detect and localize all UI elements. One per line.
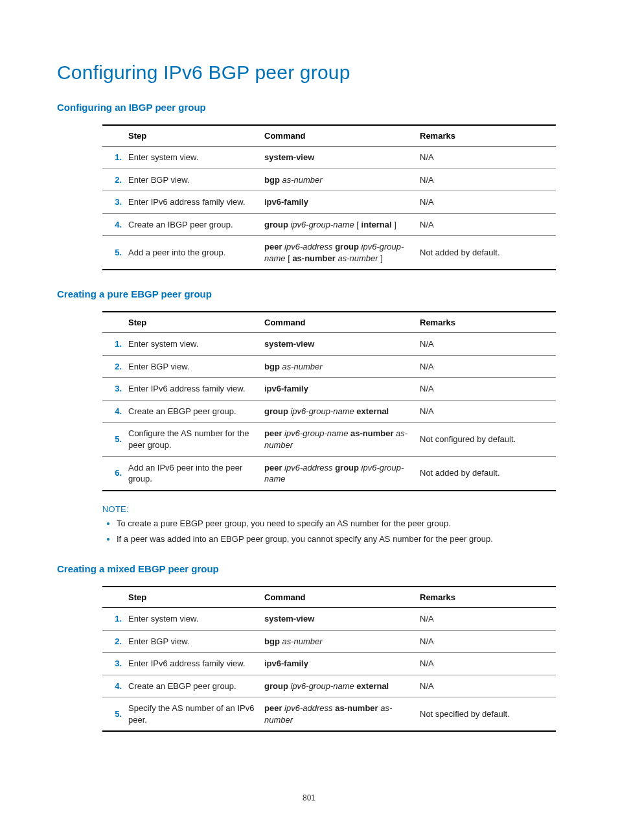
col-step: Step (126, 587, 262, 608)
table-row: 2.Enter BGP view.bgp as-numberN/A (102, 169, 556, 191)
remarks-text: N/A (417, 333, 556, 356)
remarks-text: N/A (417, 653, 556, 675)
col-command: Command (262, 587, 417, 608)
col-remarks: Remarks (417, 312, 556, 333)
command-text: group ipv6-group-name external (262, 400, 417, 423)
step-text: Enter system view. (126, 608, 262, 631)
table-row: 4.Create an EBGP peer group.group ipv6-g… (102, 400, 556, 423)
remarks-text: Not added by default. (417, 236, 556, 270)
page-title: Configuring IPv6 BGP peer group (57, 62, 566, 84)
command-text: system-view (262, 146, 417, 169)
list-item: To create a pure EBGP peer group, you ne… (117, 518, 566, 530)
step-number: 5. (102, 236, 126, 270)
table-row: 2.Enter BGP view.bgp as-numberN/A (102, 355, 556, 378)
step-number: 4. (102, 400, 126, 423)
col-command: Command (262, 312, 417, 333)
step-number: 1. (102, 333, 126, 356)
remarks-text: N/A (417, 400, 556, 423)
command-text: peer ipv6-address as-number as-number (262, 697, 417, 732)
command-text: bgp as-number (262, 355, 417, 378)
remarks-text: N/A (417, 608, 556, 631)
note-label: NOTE: (102, 504, 566, 514)
table-row: 3.Enter IPv6 address family view.ipv6-fa… (102, 653, 556, 675)
remarks-text: N/A (417, 675, 556, 697)
remarks-text: Not specified by default. (417, 697, 556, 732)
pure-ebgp-table: Step Command Remarks 1.Enter system view… (102, 311, 556, 491)
list-item: If a peer was added into an EBGP peer gr… (117, 533, 566, 545)
step-number: 4. (102, 675, 126, 697)
step-number: 5. (102, 423, 126, 456)
step-text: Enter IPv6 address family view. (126, 191, 262, 214)
table-row: 5.Specify the AS number of an IPv6 peer.… (102, 697, 556, 732)
mixed-ebgp-table: Step Command Remarks 1.Enter system view… (102, 586, 556, 732)
command-text: group ipv6-group-name [ internal ] (262, 213, 417, 236)
section-heading: Creating a mixed EBGP peer group (57, 563, 566, 574)
col-step: Step (126, 312, 262, 333)
step-text: Add a peer into the group. (126, 236, 262, 270)
section-ibgp: Configuring an IBGP peer group Step Comm… (57, 102, 566, 270)
table-row: 4.Create an EBGP peer group.group ipv6-g… (102, 675, 556, 697)
step-text: Enter system view. (126, 333, 262, 356)
note-list: To create a pure EBGP peer group, you ne… (102, 518, 566, 545)
step-number: 2. (102, 630, 126, 653)
step-text: Enter BGP view. (126, 355, 262, 378)
step-text: Create an EBGP peer group. (126, 675, 262, 697)
step-text: Create an IBGP peer group. (126, 213, 262, 236)
section-mixed-ebgp: Creating a mixed EBGP peer group Step Co… (57, 563, 566, 732)
command-text: ipv6-family (262, 191, 417, 214)
command-text: bgp as-number (262, 630, 417, 653)
step-text: Create an EBGP peer group. (126, 400, 262, 423)
step-text: Enter system view. (126, 146, 262, 169)
section-heading: Creating a pure EBGP peer group (57, 288, 566, 299)
table-row: 3.Enter IPv6 address family view.ipv6-fa… (102, 378, 556, 401)
col-step-num (102, 125, 126, 146)
remarks-text: N/A (417, 355, 556, 378)
table-row: 6.Add an IPv6 peer into the peer group.p… (102, 456, 556, 491)
step-number: 5. (102, 697, 126, 732)
table-header-row: Step Command Remarks (102, 587, 556, 608)
step-text: Configure the AS number for the peer gro… (126, 423, 262, 456)
ibgp-table: Step Command Remarks 1.Enter system view… (102, 124, 556, 270)
table-row: 4.Create an IBGP peer group.group ipv6-g… (102, 213, 556, 236)
col-step-num (102, 312, 126, 333)
col-remarks: Remarks (417, 587, 556, 608)
step-text: Enter BGP view. (126, 169, 262, 191)
section-heading: Configuring an IBGP peer group (57, 102, 566, 113)
command-text: peer ipv6-address group ipv6-group-name … (262, 236, 417, 270)
remarks-text: N/A (417, 146, 556, 169)
table-row: 5.Add a peer into the group.peer ipv6-ad… (102, 236, 556, 270)
step-number: 2. (102, 355, 126, 378)
remarks-text: N/A (417, 169, 556, 191)
step-text: Enter BGP view. (126, 630, 262, 653)
remarks-text: Not configured by default. (417, 423, 556, 456)
table-row: 5.Configure the AS number for the peer g… (102, 423, 556, 456)
col-remarks: Remarks (417, 125, 556, 146)
step-text: Enter IPv6 address family view. (126, 378, 262, 401)
table-row: 1.Enter system view.system-viewN/A (102, 333, 556, 356)
remarks-text: N/A (417, 191, 556, 214)
remarks-text: N/A (417, 378, 556, 401)
step-number: 2. (102, 169, 126, 191)
command-text: peer ipv6-group-name as-number as-number (262, 423, 417, 456)
table-row: 3.Enter IPv6 address family view.ipv6-fa… (102, 191, 556, 214)
col-step: Step (126, 125, 262, 146)
col-step-num (102, 587, 126, 608)
step-number: 1. (102, 608, 126, 631)
command-text: system-view (262, 608, 417, 631)
command-text: bgp as-number (262, 169, 417, 191)
table-row: 1.Enter system view.system-viewN/A (102, 608, 556, 631)
command-text: ipv6-family (262, 378, 417, 401)
step-number: 4. (102, 213, 126, 236)
command-text: system-view (262, 333, 417, 356)
command-text: group ipv6-group-name external (262, 675, 417, 697)
remarks-text: N/A (417, 213, 556, 236)
page-number: 801 (0, 793, 618, 802)
step-number: 3. (102, 191, 126, 214)
remarks-text: Not added by default. (417, 456, 556, 491)
command-text: peer ipv6-address group ipv6-group-name (262, 456, 417, 491)
step-text: Add an IPv6 peer into the peer group. (126, 456, 262, 491)
step-number: 6. (102, 456, 126, 491)
col-command: Command (262, 125, 417, 146)
table-row: 1.Enter system view.system-viewN/A (102, 146, 556, 169)
step-number: 3. (102, 653, 126, 675)
